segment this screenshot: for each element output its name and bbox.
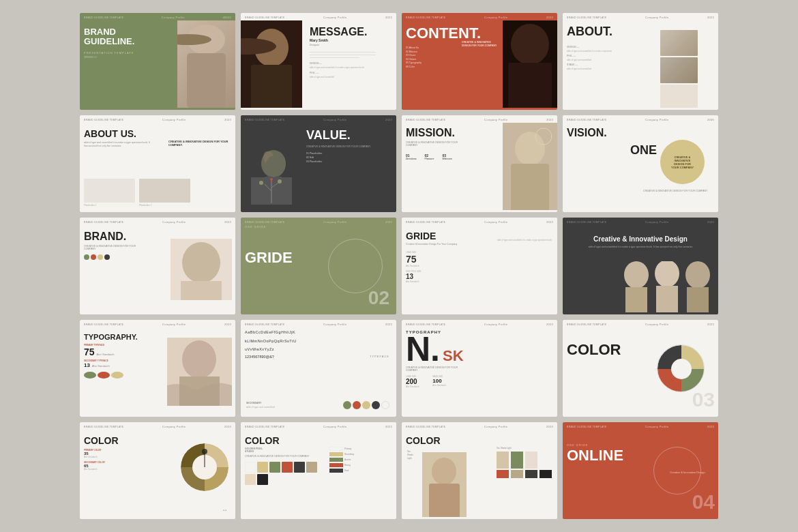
- slide-11-desc: able of type and scrambled it to make a …: [497, 239, 552, 242]
- slide-11-font-name-2: Ator Sandwich: [406, 280, 553, 283]
- slide-13[interactable]: BRAND GUIDELINE TEMPLATE Company Profile…: [80, 320, 235, 417]
- slide-14-alpha-2: kLlMmNnOoPpQqRrSsTtU: [245, 339, 392, 344]
- slide-18-desc: CREATIVE & INNOVATIVE DESIGN FOR YOUR CO…: [245, 455, 313, 458]
- slide-18-sw-3: [269, 462, 280, 473]
- slide-4-stage-desc: able of type and scrambled: [567, 68, 628, 70]
- slide-9-dot-2: [91, 254, 96, 260]
- slide-13-bar-3: [111, 372, 123, 379]
- slide-18-sw-8: [257, 474, 268, 485]
- slide-17[interactable]: BRAND GUIDELINE TEMPLATE Company Profile…: [80, 422, 235, 519]
- slide-9-desc: CREATIVE & INNOVATIVE DESIGN FOR YOUR CO…: [84, 245, 138, 250]
- slide-4-phil-desc: able of type and scrambled: [567, 59, 628, 61]
- slide-13-secondary-num: 13: [84, 362, 90, 368]
- slide-14-secondary-section: SECONDARY able of type and scrambled: [246, 402, 275, 409]
- slide-2-phil-desc: able of type and scrambled: [310, 76, 392, 78]
- slide-15-accent: SK: [443, 347, 464, 365]
- slide-11-sizes: LEAD SIZE 75 Ator Sandwich SUB TITLE SIZ…: [406, 251, 553, 283]
- slide-4-img-2: [660, 57, 698, 83]
- slide-2-design-label: DESIGN —: [310, 62, 392, 65]
- slide-19-swatches: Tan Shade Light: [497, 447, 552, 478]
- slide-19-label-2: Shade: [407, 454, 413, 457]
- slide-19-swatch-labels: Tan Shade Light: [497, 447, 552, 449]
- slide-18-cl-3: Accent: [329, 458, 391, 462]
- slide-15-header: BRAND GUIDELINE TEMPLATE Company Profile…: [402, 320, 557, 327]
- slide-13-bar-1: [84, 372, 96, 379]
- slide-grid: BRAND GUIDELINE TEMPLATE Company Profile…: [66, 0, 732, 532]
- slide-6-title: VALUE.: [306, 123, 392, 143]
- slide-4[interactable]: BRAND GUIDELINE TEMPLATE Company Profile…: [563, 13, 718, 110]
- slide-8[interactable]: BRAND GUIDELINE TEMPLATE Company Profile…: [563, 115, 718, 212]
- slide-12[interactable]: BRAND GUIDELINE TEMPLATE Company Profile…: [563, 218, 718, 314]
- svg-rect-32: [687, 287, 709, 312]
- slide-19[interactable]: BRAND GUIDELINE TEMPLATE Company Profile…: [402, 422, 557, 519]
- slide-2-desc: able of type and scrambled it to make a …: [310, 66, 392, 69]
- slide-16-header: BRAND GUIDELINE TEMPLATE Company Profile…: [563, 320, 718, 327]
- slide-9-dot-1: [84, 254, 89, 260]
- slide-2-company: Company Profile: [323, 16, 346, 19]
- slide-18-sw-2: [257, 462, 268, 473]
- slide-7-header: BRAND GUIDELINE TEMPLATE Company Profile…: [402, 115, 557, 123]
- slide-7-num-03: 03 Welcome: [442, 153, 452, 160]
- slide-11-lead-size: 75: [406, 254, 553, 265]
- slide-11-sub-size: 13: [406, 273, 553, 280]
- slide-7-num-01: 01 Directions: [406, 153, 417, 160]
- slide-19-title: COLOR: [406, 430, 553, 446]
- slide-6-point-1: 01 Placeholder: [306, 152, 392, 155]
- slide-5-placeholders: Placeholder 1 Placeholder 2: [84, 179, 231, 207]
- slide-5-ph-2: [139, 179, 190, 203]
- slide-9[interactable]: BRAND GUIDELINE TEMPLATE Company Profile…: [80, 218, 235, 314]
- slide-2[interactable]: BRAND GUIDELINE TEMPLATE Company Profile…: [241, 13, 396, 110]
- slide-18[interactable]: BRAND GUIDELINE TEMPLATE Company Profile…: [241, 422, 396, 519]
- slide-11-header: BRAND GUIDELINE TEMPLATE Company Profile…: [402, 218, 557, 225]
- slide-14-alpha-1: AaBbCcDdEeFfGgHhIiJjK: [245, 330, 392, 336]
- svg-point-24: [182, 242, 220, 283]
- slide-5-title: ABOUT US.: [84, 123, 231, 139]
- slide-15-lead-font: Ator Sandwich: [406, 385, 419, 388]
- slide-16[interactable]: BRAND GUIDELINE TEMPLATE Company Profile…: [563, 320, 718, 417]
- slide-6-header: BRAND GUIDELINE TEMPLATE Company Profile…: [241, 115, 396, 123]
- slide-14[interactable]: BRAND GUIDELINE TEMPLATE Company Profile…: [241, 320, 396, 417]
- slide-11[interactable]: BRAND GUIDELINE TEMPLATE Company Profile…: [402, 218, 557, 314]
- slide-6-desc: CREATIVE & INNOVATIVE DESIGN FOR YOUR CO…: [306, 145, 374, 148]
- slide-20-header: BRAND GUIDELINE TEMPLATE Company Profile…: [563, 422, 718, 430]
- slide-6[interactable]: BRAND GUIDELINE TEMPLATE Company Profile…: [241, 115, 396, 212]
- slide-19-sw-2: [511, 452, 523, 469]
- slide-13-primary-num: 75: [84, 346, 95, 357]
- slide-17-circle: [181, 443, 228, 491]
- svg-rect-21: [511, 164, 549, 210]
- slide-14-header: BRAND GUIDELINE TEMPLATE Company Profile…: [241, 320, 396, 327]
- slide-12-people: [616, 261, 718, 312]
- slide-7[interactable]: BRAND GUIDELINE TEMPLATE Company Profile…: [402, 115, 557, 212]
- slide-18-header: BRAND GUIDELINE TEMPLATE Company Profile…: [241, 422, 396, 430]
- slide-15-big-letter: N.: [406, 334, 440, 365]
- slide-20[interactable]: BRAND GUIDELINE TEMPLATE Company Profile…: [563, 422, 718, 519]
- slide-15-letters: N. SK: [406, 334, 553, 365]
- slide-12-header: BRAND GUIDELINE TEMPLATE Company Profile…: [563, 218, 718, 225]
- slide-13-image: [167, 338, 232, 406]
- slide-4-images: [660, 30, 715, 108]
- slide-3[interactable]: BRAND GUIDELINE TEMPLATE Company Profile…: [402, 13, 557, 110]
- slide-10-header: BRAND GUIDELINE TEMPLATE Company Profile…: [241, 218, 396, 225]
- slide-15[interactable]: BRAND GUIDELINE TEMPLATE Company Profile…: [402, 320, 557, 417]
- slide-2-role: Designer: [310, 44, 392, 46]
- slide-8-title: VISION.: [567, 123, 714, 139]
- slide-14-bar-2: [353, 401, 361, 409]
- slide-10[interactable]: BRAND GUIDELINE TEMPLATE Company Profile…: [241, 218, 396, 314]
- slide-2-year: 2023: [385, 16, 392, 19]
- slide-3-image: [503, 20, 557, 108]
- slide-2-brand: BRAND GUIDELINE TEMPLATE: [245, 16, 284, 19]
- slide-5-header: BRAND GUIDELINE TEMPLATE Company Profile…: [80, 115, 235, 123]
- slide-14-bar-5: [381, 401, 389, 409]
- slide-18-title: COLOR: [245, 430, 392, 446]
- slide-14-secondary-label: SECONDARY: [246, 402, 275, 404]
- slide-1[interactable]: BRAND GUIDELINE TEMPLATE Company Profile…: [80, 13, 235, 110]
- slide-2-phil-label: PHIL. —: [310, 72, 392, 74]
- svg-line-14: [265, 184, 271, 191]
- slide-2-line-2: [310, 55, 376, 55]
- slide-5[interactable]: BRAND GUIDELINE TEMPLATE Company Profile…: [80, 115, 235, 212]
- slide-19-swatch-row-2: [497, 470, 552, 478]
- slide-18-swatches: [245, 462, 320, 485]
- slide-18-sw-7: [245, 474, 256, 485]
- slide-18-cl-2: Secondary: [329, 452, 391, 456]
- slide-3-company: Company Profile: [484, 16, 507, 19]
